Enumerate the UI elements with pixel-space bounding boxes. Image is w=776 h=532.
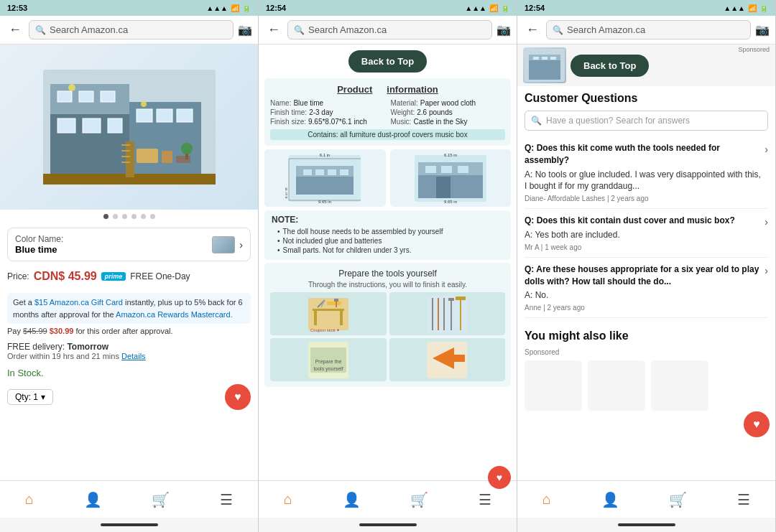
nav-menu-1[interactable]: ☰ (220, 491, 233, 508)
color-thumbnail (212, 236, 235, 253)
dim-img-1: 6.1 in 8.07 in 9.65 in (264, 149, 386, 207)
menu-icon-3: ☰ (737, 491, 750, 508)
account-icon-1: 👤 (84, 491, 102, 508)
price-label: Price: (7, 271, 29, 281)
svg-rect-6 (101, 91, 115, 102)
svg-rect-29 (303, 169, 312, 175)
wishlist-button-2[interactable]: ♥ (488, 466, 511, 489)
question-search-icon: 🔍 (531, 116, 542, 126)
content-3: Back to Top Sponsored Customer Questions… (517, 45, 775, 480)
qty-chevron: ▾ (41, 392, 45, 402)
status-time-3: 12:54 (525, 4, 545, 12)
camera-icon-2[interactable]: 📷 (496, 23, 511, 37)
bottom-nav-3: ⌂ 👤 🛒 ☰ (517, 480, 775, 518)
dot-5[interactable] (141, 214, 146, 219)
screen-2: 12:54 ▲▲▲ 📶 🔋 ← 🔍 Search Amazon.ca 📷 Bac… (259, 0, 517, 532)
qa-answer-2: A: Yes both are included. (525, 229, 762, 241)
svg-text:8.07 in: 8.07 in (285, 187, 288, 198)
color-value: Blue time (15, 244, 63, 255)
dot-1[interactable] (103, 214, 108, 219)
info-contains: Contains: all furniture dust-proof cover… (270, 129, 505, 140)
qa-content-3: Q: Are these houses appropriate for a si… (525, 263, 762, 312)
free-shipping: FREE One-Day (130, 271, 190, 281)
back-to-top-btn-3[interactable]: Back to Top (571, 55, 649, 77)
nav-account-2[interactable]: 👤 (343, 491, 361, 508)
tool-img-2 (389, 292, 506, 335)
qa-item-2[interactable]: Q: Does this kit contain dust cover and … (525, 209, 768, 258)
svg-text:6.15 in: 6.15 in (444, 153, 457, 157)
info-title-2: information (387, 84, 438, 95)
dot-2[interactable] (113, 214, 118, 219)
dot-4[interactable] (131, 214, 137, 219)
search-input-wrap-1[interactable]: 🔍 Search Amazon.ca (29, 20, 234, 39)
back-arrow-3[interactable]: ← (523, 21, 542, 39)
question-search[interactable]: 🔍 Have a question? Search for answers (525, 111, 768, 131)
search-bar-1: ← 🔍 Search Amazon.ca 📷 (0, 16, 258, 45)
wishlist-area-2: ♥ (488, 466, 511, 489)
nav-home-1[interactable]: ⌂ (25, 491, 34, 508)
qa-item-3[interactable]: Q: Are these houses appropriate for a si… (525, 258, 768, 318)
gift-card-link[interactable]: $15 Amazon.ca Gift Card (34, 298, 123, 307)
info-grid: Name: Blue time Material: Paper wood clo… (270, 99, 505, 140)
details-link[interactable]: Details (121, 352, 146, 360)
camera-icon-3[interactable]: 📷 (755, 23, 770, 37)
qa-answer-3: A: No. (525, 289, 762, 302)
svg-rect-30 (315, 169, 324, 175)
nav-account-1[interactable]: 👤 (84, 491, 102, 508)
image-dots (0, 210, 258, 223)
qty-selector[interactable]: Qty: 1 ▾ (7, 389, 53, 405)
might-like-item-1[interactable] (525, 360, 582, 411)
nav-cart-1[interactable]: 🛒 (152, 491, 170, 508)
nav-menu-2[interactable]: ☰ (479, 491, 491, 508)
info-row-material: Material: Paper wood cloth (391, 99, 506, 107)
cart-icon-2: 🛒 (410, 491, 428, 508)
nav-account-3[interactable]: 👤 (601, 491, 619, 508)
mastercard-link[interactable]: Amazon.ca Rewards Mastercard. (116, 310, 233, 319)
svg-rect-49 (313, 309, 344, 311)
svg-rect-10 (137, 109, 152, 122)
svg-point-22 (68, 84, 75, 91)
qa-item-1[interactable]: Q: Does this kit come wuth the tools nee… (525, 136, 768, 209)
bottom-nav-2: ⌂ 👤 🛒 ☰ (259, 480, 517, 518)
nav-home-2[interactable]: ⌂ (284, 491, 292, 508)
back-arrow-1[interactable]: ← (6, 21, 24, 39)
search-input-wrap-3[interactable]: 🔍 Search Amazon.ca (546, 20, 751, 39)
svg-rect-32 (340, 169, 348, 175)
status-bar-1: 12:53 ▲▲▲ 📶 🔋 (0, 0, 258, 16)
sponsored-image (523, 47, 566, 83)
nav-cart-3[interactable]: 🛒 (669, 491, 687, 508)
home-bar-3 (618, 523, 675, 526)
svg-rect-55 (334, 299, 338, 302)
search-input-wrap-2[interactable]: 🔍 Search Amazon.ca (287, 20, 492, 39)
qa-meta-1: Diane- Affordable Lashes | 2 years ago (525, 195, 762, 202)
nav-menu-3[interactable]: ☰ (737, 491, 750, 508)
svg-rect-11 (157, 109, 172, 122)
dot-3[interactable] (122, 214, 127, 219)
camera-icon-1[interactable]: 📷 (238, 23, 252, 37)
wishlist-button-3[interactable]: ♥ (744, 411, 770, 437)
delivery-when: Tomorrow (67, 342, 108, 352)
menu-icon-2: ☰ (479, 491, 491, 508)
nav-cart-2[interactable]: 🛒 (410, 491, 428, 508)
wishlist-button-1[interactable]: ♥ (225, 384, 251, 410)
search-text-1: Search Amazon.ca (50, 24, 227, 35)
note-item-3: • Small parts. Not for children under 3 … (277, 246, 504, 254)
svg-rect-5 (79, 91, 93, 102)
price-section: Price: CDN$ 45.99 prime FREE One-Day (0, 266, 258, 290)
tool-img-3: Prepare the tools yourself (270, 338, 387, 381)
svg-rect-8 (83, 118, 101, 133)
sponsored-house-svg (523, 47, 566, 83)
color-selector[interactable]: Color Name: Blue time › (7, 228, 251, 261)
svg-text:6.1 in: 6.1 in (320, 153, 331, 157)
svg-rect-62 (448, 298, 454, 301)
dot-6[interactable] (150, 214, 155, 219)
home-indicator-3 (517, 518, 775, 532)
svg-rect-76 (542, 57, 548, 60)
might-like-item-2[interactable] (588, 360, 645, 411)
might-like-item-3[interactable] (651, 360, 708, 411)
nav-home-3[interactable]: ⌂ (542, 491, 551, 508)
account-icon-3: 👤 (601, 491, 619, 508)
back-arrow-2[interactable]: ← (264, 21, 283, 39)
color-label: Color Name: (15, 234, 63, 244)
back-to-top-btn-2[interactable]: Back to Top (348, 50, 427, 73)
